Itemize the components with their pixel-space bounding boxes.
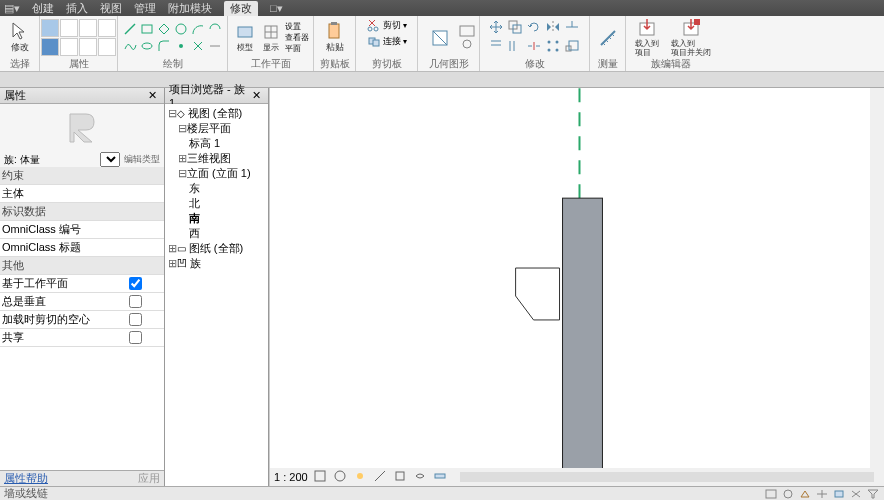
- status-icon-6[interactable]: [849, 488, 863, 500]
- tab-addins[interactable]: 附加模块: [168, 1, 212, 16]
- tab-insert[interactable]: 插入: [66, 1, 88, 16]
- vert-check[interactable]: [129, 295, 142, 308]
- mod-offset[interactable]: [488, 38, 506, 56]
- tree-toggle[interactable]: ⊟: [177, 166, 187, 180]
- properties-help-link[interactable]: 属性帮助: [4, 471, 48, 486]
- mod-align[interactable]: [507, 38, 525, 56]
- mod-trim[interactable]: [564, 19, 582, 37]
- draw-circle[interactable]: [173, 21, 189, 37]
- node-sheets[interactable]: 图纸 (全部): [189, 242, 243, 254]
- load-into-project-button[interactable]: 载入到 项目: [628, 19, 666, 57]
- type-selector[interactable]: [100, 152, 120, 167]
- prop-btn-3[interactable]: [79, 19, 97, 37]
- tab-extra[interactable]: □▾: [270, 2, 283, 15]
- detail-level-icon[interactable]: [314, 470, 328, 484]
- crop-icon[interactable]: [394, 470, 408, 484]
- tab-view[interactable]: 视图: [100, 1, 122, 16]
- wp-show[interactable]: 显示: [259, 20, 283, 56]
- app-menu-icon[interactable]: ▤▾: [4, 2, 20, 15]
- hide-isolate-icon[interactable]: [414, 470, 428, 484]
- mod-mirror[interactable]: [545, 19, 563, 37]
- node-ref[interactable]: 标高 1: [189, 137, 220, 149]
- omnititle-field[interactable]: [82, 242, 162, 253]
- omninum-field[interactable]: [82, 224, 162, 235]
- load-close-button[interactable]: 载入到 项目并关闭: [668, 19, 714, 57]
- shared-check[interactable]: [129, 331, 142, 344]
- prop-pane-button[interactable]: [41, 19, 59, 37]
- status-filter-icon[interactable]: [866, 488, 880, 500]
- edit-type-button[interactable]: 编辑类型: [124, 153, 160, 166]
- tree-toggle[interactable]: ⊟: [177, 121, 187, 135]
- status-icon-1[interactable]: [764, 488, 778, 500]
- tab-modify[interactable]: 修改: [224, 1, 258, 16]
- prop-btn-8[interactable]: [98, 38, 116, 56]
- draw-pick[interactable]: [190, 38, 206, 54]
- visual-style-icon[interactable]: [334, 470, 348, 484]
- geom-btn-1[interactable]: [423, 19, 457, 57]
- status-icon-4[interactable]: [815, 488, 829, 500]
- horizontal-scrollbar[interactable]: [460, 472, 874, 482]
- properties-close-icon[interactable]: ✕: [145, 89, 160, 102]
- mod-array[interactable]: [545, 38, 563, 56]
- status-icon-5[interactable]: [832, 488, 846, 500]
- node-floor[interactable]: 楼层平面: [187, 122, 231, 134]
- apply-button[interactable]: 应用: [138, 471, 160, 486]
- tree-toggle[interactable]: ⊞: [167, 241, 177, 255]
- mod-rotate[interactable]: [526, 19, 544, 37]
- draw-arc2[interactable]: [207, 21, 223, 37]
- status-icon-3[interactable]: [798, 488, 812, 500]
- node-views[interactable]: 视图 (全部): [188, 107, 242, 119]
- cut-button[interactable]: 剪切▾: [367, 18, 407, 32]
- tree-toggle[interactable]: ⊞: [177, 151, 187, 165]
- tree-toggle[interactable]: ⊟: [167, 106, 177, 120]
- measure-button[interactable]: [591, 19, 625, 57]
- node-north[interactable]: 北: [189, 197, 200, 209]
- wp-viewer[interactable]: 查看器: [285, 32, 309, 43]
- host-field[interactable]: [82, 188, 162, 199]
- geom-btn-3[interactable]: [459, 38, 475, 50]
- shadows-icon[interactable]: [374, 470, 388, 484]
- node-elev[interactable]: 立面 (立面 1): [187, 167, 251, 179]
- mod-split[interactable]: [526, 38, 544, 56]
- tab-create[interactable]: 创建: [32, 1, 54, 16]
- draw-arc[interactable]: [190, 21, 206, 37]
- node-south[interactable]: 南: [189, 212, 200, 224]
- draw-fillet[interactable]: [156, 38, 172, 54]
- prop-btn-6[interactable]: [60, 38, 78, 56]
- drawing-canvas[interactable]: 1 : 200: [269, 88, 884, 486]
- project-tree[interactable]: ⊟◇ 视图 (全部) ⊟楼层平面 标高 1 ⊞三维视图 ⊟立面 (立面 1) 东…: [165, 104, 268, 486]
- node-fams[interactable]: 族: [190, 257, 201, 269]
- browser-close-icon[interactable]: ✕: [249, 89, 264, 102]
- tab-manage[interactable]: 管理: [134, 1, 156, 16]
- paste-button[interactable]: 粘贴: [318, 19, 352, 57]
- wp-plane[interactable]: 平面: [285, 43, 309, 54]
- mod-scale[interactable]: [564, 38, 582, 56]
- prop-btn-4[interactable]: [98, 19, 116, 37]
- wp-model[interactable]: 模型: [233, 20, 257, 56]
- join-button[interactable]: 连接▾: [367, 34, 407, 48]
- sun-path-icon[interactable]: [354, 470, 368, 484]
- mod-copy[interactable]: [507, 19, 525, 37]
- node-3d[interactable]: 三维视图: [187, 152, 231, 164]
- tree-toggle[interactable]: ⊞: [167, 256, 177, 270]
- reveal-icon[interactable]: [434, 470, 448, 484]
- draw-poly[interactable]: [156, 21, 172, 37]
- draw-line[interactable]: [122, 21, 138, 37]
- modify-tool-button[interactable]: 修改: [3, 19, 37, 57]
- prop-btn-5[interactable]: [41, 38, 59, 56]
- prop-btn-7[interactable]: [79, 38, 97, 56]
- draw-more[interactable]: [207, 38, 223, 54]
- cutvoid-check[interactable]: [129, 313, 142, 326]
- draw-point[interactable]: [173, 38, 189, 54]
- view-scale[interactable]: 1 : 200: [274, 471, 308, 483]
- draw-spline[interactable]: [122, 38, 138, 54]
- node-east[interactable]: 东: [189, 182, 200, 194]
- node-west[interactable]: 西: [189, 227, 200, 239]
- mod-move[interactable]: [488, 19, 506, 37]
- prop-btn-2[interactable]: [60, 19, 78, 37]
- status-icon-2[interactable]: [781, 488, 795, 500]
- draw-rect[interactable]: [139, 21, 155, 37]
- draw-ellipse[interactable]: [139, 38, 155, 54]
- geom-btn-2[interactable]: [459, 25, 475, 37]
- vertical-scrollbar[interactable]: [870, 88, 884, 468]
